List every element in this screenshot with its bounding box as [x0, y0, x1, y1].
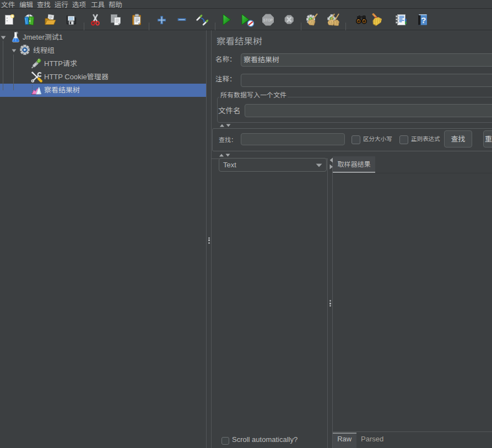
- svg-text:?: ?: [421, 15, 426, 25]
- svg-text:STOP: STOP: [263, 18, 273, 22]
